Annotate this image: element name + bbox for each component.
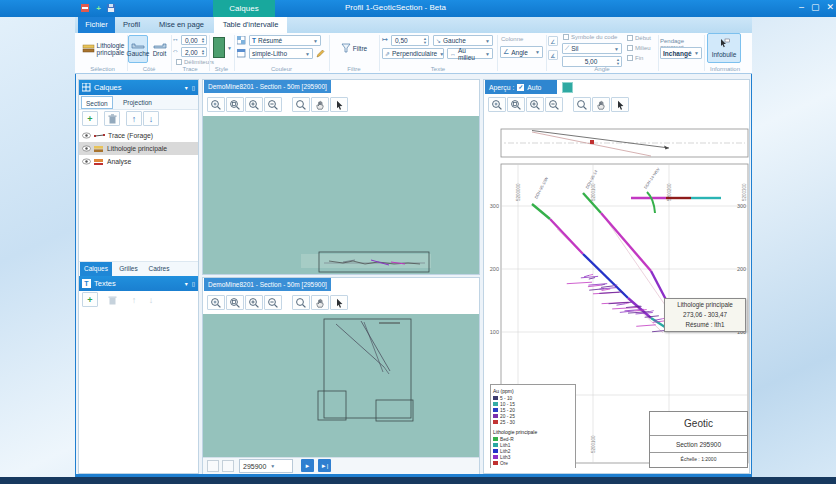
layers-toolbar: + ↑ ↓: [79, 111, 198, 129]
trace-width-spinner[interactable]: 0,00▲▼: [181, 35, 207, 45]
auto-checkbox[interactable]: ✓: [517, 84, 524, 91]
bottom-tab-calques[interactable]: Calques: [80, 262, 112, 276]
viewport1-tab[interactable]: DemoMine8201 - Section - 50m [295900]: [204, 80, 331, 93]
zoom-extents-button[interactable]: [488, 97, 506, 112]
zoom-in-button[interactable]: [245, 295, 263, 310]
move-text-down-button[interactable]: ↓: [143, 292, 159, 307]
tab-table-intervalle[interactable]: Table d'intervalle: [214, 17, 287, 33]
filtre-button[interactable]: Filtre: [335, 41, 373, 55]
group-pendage: Pendage apparent Inchangé▼: [659, 33, 703, 73]
move-layer-up-button[interactable]: ↑: [126, 111, 142, 126]
infobulle-button[interactable]: Infobulle: [707, 33, 741, 63]
zoom-in-button[interactable]: [526, 97, 544, 112]
section-select-combo[interactable]: 295900▼: [239, 459, 293, 473]
preview-refresh-button[interactable]: [562, 82, 573, 93]
app-icon[interactable]: [79, 3, 90, 14]
trace-layer-icon: [94, 132, 105, 139]
angle-mode2-button[interactable]: ∡: [548, 50, 558, 60]
move-layer-down-button[interactable]: ↓: [143, 111, 159, 126]
debut-checkbox[interactable]: Début: [627, 35, 651, 41]
move-text-up-button[interactable]: ↑: [126, 292, 142, 307]
quick-add-button[interactable]: +: [93, 3, 104, 14]
bottom-tab-cadres[interactable]: Cadres: [145, 262, 173, 276]
zoom-window-button[interactable]: [226, 97, 244, 112]
panel-menu-icon[interactable]: ▾: [185, 84, 188, 91]
add-layer-button[interactable]: +: [82, 111, 98, 126]
pendage-dropdown[interactable]: Inchangé▼: [660, 47, 702, 59]
legend-au-title: Au (ppm): [493, 388, 573, 394]
resume-color-dropdown[interactable]: TRésumé▼: [249, 35, 321, 46]
visibility-eye-icon[interactable]: [82, 132, 91, 139]
simple-litho-dropdown[interactable]: simple-Litho▼: [249, 48, 313, 59]
preview-tab[interactable]: Aperçu : ✓ Auto: [485, 80, 557, 94]
edit-pencil-icon[interactable]: [316, 49, 325, 58]
pin-icon[interactable]: ▯: [192, 84, 195, 91]
layer-row-trace[interactable]: Trace (Forage): [79, 129, 198, 142]
section-first-button[interactable]: [207, 460, 219, 472]
zoom-dynamic-button[interactable]: [573, 97, 591, 112]
cote-droit-button[interactable]: Droit: [150, 35, 169, 63]
angle-code-dropdown[interactable]: ⟋Sil▼: [562, 43, 622, 54]
cote-gauche-button[interactable]: Gauche: [128, 35, 148, 63]
minimize-button[interactable]: –: [799, 2, 804, 12]
text-orientation-dropdown[interactable]: ⇗Perpendiculaire▼: [382, 48, 444, 59]
section-last-button[interactable]: ►|: [318, 459, 331, 472]
symbole-du-code-checkbox[interactable]: Symbole du code: [563, 34, 617, 40]
lithologie-principale-button[interactable]: Lithologieprincipale: [80, 36, 126, 62]
text-offset-spinner[interactable]: 0,50▲▼: [391, 35, 429, 46]
bottom-tab-grilles[interactable]: Grilles: [115, 262, 142, 276]
pan-hand-button[interactable]: [311, 97, 329, 112]
delete-layer-button[interactable]: [104, 111, 120, 126]
trace-height-spinner[interactable]: 2,00▲▼: [181, 47, 207, 57]
milieu-checkbox[interactable]: Milieu: [627, 45, 651, 51]
viewport2-canvas[interactable]: [203, 314, 479, 457]
zoom-extents-button[interactable]: [207, 97, 225, 112]
select-arrow-button[interactable]: [330, 295, 348, 310]
colonne-label: Colonne: [501, 36, 523, 42]
maximize-button[interactable]: ▢: [811, 2, 820, 12]
delete-text-button[interactable]: [104, 292, 120, 307]
pan-hand-button[interactable]: [592, 97, 610, 112]
tab-mise-en-page[interactable]: Mise en page: [153, 17, 210, 33]
preview-canvas[interactable]: 5200000 5200100 5200200 5200300 5200100 …: [484, 116, 749, 468]
style-dropdown-arrow[interactable]: ▼: [227, 45, 232, 51]
zoom-in-button[interactable]: [245, 97, 263, 112]
layers-panel: Calques ▾▯ Section Projection + ↑ ↓ Trac…: [78, 79, 199, 474]
zoom-extents-button[interactable]: [207, 295, 225, 310]
visibility-eye-icon[interactable]: [82, 145, 91, 152]
add-text-button[interactable]: +: [82, 292, 98, 307]
tab-profil[interactable]: Profil: [117, 17, 146, 33]
fin-checkbox[interactable]: Fin: [627, 55, 643, 61]
select-arrow-button[interactable]: [611, 97, 629, 112]
title-block-company: Geotic: [650, 412, 747, 436]
zoom-window-button[interactable]: [507, 97, 525, 112]
close-button[interactable]: ✕: [826, 2, 834, 12]
pan-hand-button[interactable]: [311, 295, 329, 310]
tab-section[interactable]: Section: [81, 96, 113, 109]
layer-row-analyse[interactable]: Analyse: [79, 155, 198, 168]
visibility-eye-icon[interactable]: [82, 158, 91, 165]
text-align-dropdown[interactable]: ↘Gauche▼: [433, 35, 493, 46]
viewport2-tab[interactable]: DemoMine8201 - Section - 50m [295900]: [204, 278, 331, 291]
textes-panel-header: T Textes ▾▯: [79, 276, 198, 291]
select-arrow-button[interactable]: [330, 97, 348, 112]
zoom-window-button[interactable]: [226, 295, 244, 310]
zoom-out-button[interactable]: [264, 295, 282, 310]
pin-icon[interactable]: ▯: [192, 280, 195, 287]
quick-save-button[interactable]: [105, 3, 116, 14]
layer-row-lithologie[interactable]: Lithologie principale: [79, 142, 198, 155]
section-prev-button[interactable]: [222, 460, 234, 472]
angle-mode1-button[interactable]: ∠: [548, 36, 558, 46]
zoom-out-button[interactable]: [264, 97, 282, 112]
zoom-dynamic-button[interactable]: [292, 295, 310, 310]
section-next-button[interactable]: ►: [301, 459, 314, 472]
zoom-out-button[interactable]: [545, 97, 563, 112]
text-position-dropdown[interactable]: ↔Au milieu▼: [447, 48, 493, 59]
colonne-dropdown[interactable]: ∠Angle▼: [500, 46, 543, 58]
tab-fichier[interactable]: Fichier: [78, 17, 115, 33]
tab-projection[interactable]: Projection: [119, 96, 156, 109]
viewport1-canvas[interactable]: [203, 116, 479, 274]
zoom-dynamic-button[interactable]: [292, 97, 310, 112]
panel-menu-icon[interactable]: ▾: [185, 280, 188, 287]
style-swatch-button[interactable]: [213, 37, 225, 58]
